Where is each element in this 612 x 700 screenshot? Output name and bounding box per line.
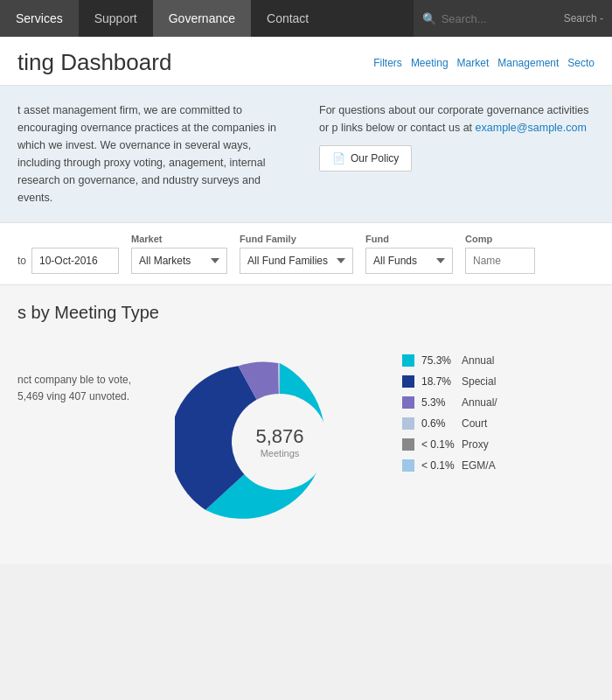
fund-label: Fund — [365, 234, 453, 244]
legend-item-3: 0.6% Court — [402, 417, 595, 430]
date-to-container: to — [17, 248, 119, 274]
filter-links-bar: Filters Meeting Market Management Secto — [373, 57, 595, 69]
nav-item-services[interactable]: Services — [0, 0, 79, 37]
chart-description: nct company ble to vote, 5,469 ving 407 … — [17, 337, 157, 405]
intro-email-link[interactable]: example@sample.com — [476, 122, 587, 134]
our-policy-button[interactable]: 📄 Our Policy — [319, 145, 412, 172]
donut-chart: 5,876 Meetings — [175, 337, 385, 547]
legend-pct-court: 0.6% — [421, 417, 455, 430]
fund-family-label: Fund Family — [240, 234, 353, 244]
fund-family-select[interactable]: All Fund Families — [240, 248, 353, 274]
filter-link-meeting[interactable]: Meeting — [411, 57, 449, 69]
search-label: Search - — [564, 12, 603, 24]
legend-label-annual: Annual — [462, 354, 494, 367]
market-label: Market — [131, 234, 227, 244]
donut-svg — [175, 337, 385, 547]
legend-item-1: 18.7% Special — [402, 375, 595, 388]
legend-pct-annual: 75.3% — [421, 354, 455, 367]
filter-link-filters[interactable]: Filters — [373, 57, 402, 69]
fund-family-filter-group: Fund Family All Fund Families — [240, 234, 353, 274]
chart-legend: 75.3% Annual 18.7% Special 5.3% Annual/ … — [402, 337, 595, 480]
date-to-label: to — [17, 255, 26, 267]
nav-item-support[interactable]: Support — [79, 0, 153, 37]
filter-link-market[interactable]: Market — [457, 57, 490, 69]
legend-color-proxy — [402, 438, 414, 451]
legend-pct-annual2: 5.3% — [421, 396, 455, 409]
legend-label-egm: EGM/A — [462, 459, 496, 472]
legend-item-4: < 0.1% Proxy — [402, 438, 595, 451]
policy-icon: 📄 — [332, 152, 345, 164]
donut-hole — [232, 394, 328, 490]
legend-color-special — [402, 375, 414, 388]
intro-banner: t asset management firm, we are committe… — [0, 86, 612, 222]
filter-link-management[interactable]: Management — [497, 57, 559, 69]
legend-label-court: Court — [462, 417, 487, 430]
legend-label-proxy: Proxy — [462, 438, 489, 451]
filter-link-sector[interactable]: Secto — [567, 57, 595, 69]
company-filter-group: Comp — [465, 234, 535, 274]
fund-select[interactable]: All Funds — [365, 248, 453, 274]
company-input[interactable] — [465, 248, 535, 274]
page-title: ting Dashboard — [17, 49, 171, 76]
legend-item-2: 5.3% Annual/ — [402, 396, 595, 409]
legend-color-annual — [402, 354, 414, 367]
intro-left-text: t asset management firm, we are committe… — [17, 102, 293, 206]
search-icon: 🔍 — [422, 12, 436, 25]
legend-item-5: < 0.1% EGM/A — [402, 459, 595, 472]
search-input[interactable] — [442, 12, 564, 25]
market-filter-group: Market All Markets — [131, 234, 227, 274]
fund-filter-group: Fund All Funds — [365, 234, 453, 274]
chart-section-title: s by Meeting Type — [17, 303, 595, 323]
nav-item-governance[interactable]: Governance — [153, 0, 251, 37]
legend-label-annual2: Annual/ — [462, 396, 497, 409]
legend-color-annual2 — [402, 396, 414, 409]
company-label: Comp — [465, 234, 535, 244]
navbar: Services Support Governance Contact 🔍 Se… — [0, 0, 612, 37]
legend-pct-proxy: < 0.1% — [421, 438, 455, 451]
legend-item-0: 75.3% Annual — [402, 354, 595, 367]
legend-pct-special: 18.7% — [421, 375, 455, 388]
legend-color-egm — [402, 459, 414, 472]
intro-right-text: For questions about our corporate govern… — [319, 102, 595, 206]
nav-item-contact[interactable]: Contact — [251, 0, 324, 37]
nav-search-container: 🔍 Search - — [414, 0, 612, 37]
legend-color-court — [402, 417, 414, 430]
date-filter-group: to — [17, 248, 119, 274]
date-to-input[interactable] — [31, 248, 119, 274]
main-content: s by Meeting Type nct company ble to vot… — [0, 285, 612, 564]
page-header: ting Dashboard Filters Meeting Market Ma… — [0, 37, 612, 86]
policy-button-label: Our Policy — [351, 152, 399, 164]
filter-bar: to Market All Markets Fund Family All Fu… — [0, 222, 612, 285]
legend-label-special: Special — [462, 375, 496, 388]
market-select[interactable]: All Markets — [131, 248, 227, 274]
chart-section: nct company ble to vote, 5,469 ving 407 … — [17, 337, 595, 547]
legend-pct-egm: < 0.1% — [421, 459, 455, 472]
